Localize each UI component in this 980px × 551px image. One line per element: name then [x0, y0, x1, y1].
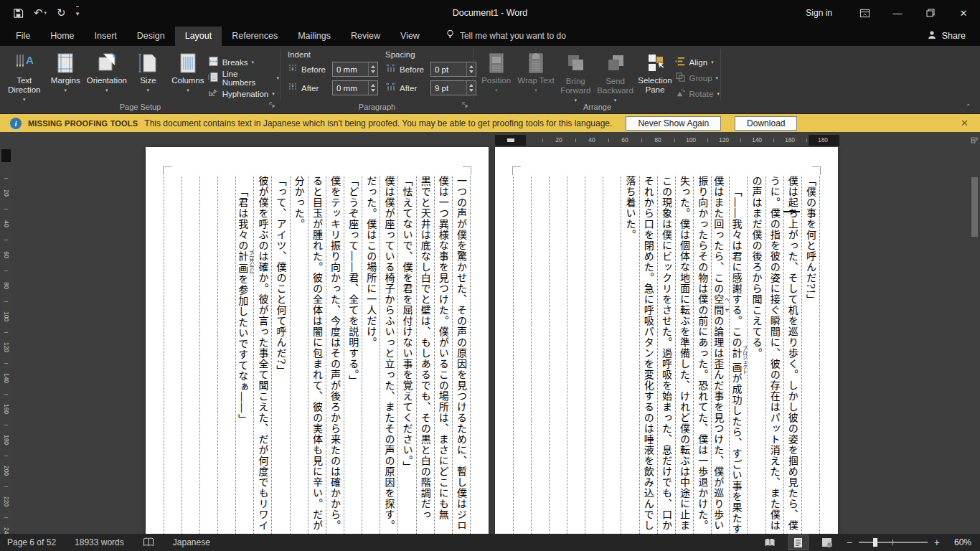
text-column[interactable]: 彼が僕を呼ぶのは確か。彼が言った事全て聞こえた、だが何度でもリワインドしてみても…: [254, 176, 272, 534]
indent-after-field[interactable]: 0 mm: [332, 80, 378, 95]
spacing-before-field[interactable]: 0 pt: [430, 62, 476, 77]
text-column[interactable]: [567, 176, 585, 534]
text-column[interactable]: [532, 176, 550, 534]
zoom-level[interactable]: 60%: [950, 537, 971, 547]
zoom-slider-thumb[interactable]: [873, 538, 877, 547]
columns-button[interactable]: Columns ▾: [168, 50, 208, 95]
tab-insert[interactable]: Insert: [85, 27, 127, 46]
vertical-scrollbar-thumb[interactable]: [971, 177, 978, 237]
text-column[interactable]: 「僕の事を何と呼んだ?!」: [802, 176, 820, 534]
orientation-button[interactable]: Orientation ▾: [85, 50, 128, 95]
tab-mailings[interactable]: Mailings: [288, 27, 341, 46]
text-column[interactable]: 僕は一つ異様な事を見つけた。僕がいるこの場所は、まさにどこにも無い。椅子や机や僕…: [435, 176, 453, 534]
close-button[interactable]: ✕: [947, 0, 980, 26]
share-button[interactable]: Share: [927, 30, 980, 46]
web-layout-view-icon[interactable]: [818, 535, 837, 550]
read-mode-view-icon[interactable]: [760, 535, 779, 550]
document-page-right[interactable]: 「僕の事を何と呼んだ?!」僕は起ち上がった、そして机を巡り歩く。しかし彼の姿を掴…: [495, 147, 838, 534]
page-text-area[interactable]: 一つの声が僕を驚かせた、その声の原因を見つけるために、暫し僕はジロジロ振り向いた…: [164, 176, 471, 534]
text-column[interactable]: [200, 176, 218, 534]
document-page-left[interactable]: 一つの声が僕を驚かせた、その声の原因を見つけるために、暫し僕はジロジロ振り向いた…: [146, 147, 489, 534]
page-text-area[interactable]: 「僕の事を何と呼んだ?!」僕は起ち上がった、そして机を巡り歩く。しかし彼の姿を掴…: [513, 176, 820, 534]
minimize-button[interactable]: —: [881, 0, 914, 26]
indent-before-spinner[interactable]: [368, 62, 377, 76]
tell-me-box[interactable]: Tell me what you want to do: [446, 29, 566, 46]
selection-pane-button[interactable]: Selection Pane: [635, 50, 674, 95]
tab-references[interactable]: References: [222, 27, 288, 46]
breaks-icon: [208, 56, 219, 68]
download-button[interactable]: Download: [735, 116, 797, 131]
text-column[interactable]: [182, 176, 200, 534]
language-indicator[interactable]: Japanese: [173, 537, 210, 547]
margins-button[interactable]: Margins ▾: [46, 50, 86, 95]
text-column[interactable]: の声はまだ僕の後ろから聞こえてる。: [748, 176, 765, 534]
restore-button[interactable]: [914, 0, 947, 26]
text-column[interactable]: この現象は僕にビックリをさせた。過呼吸を始まった、息だけでも、口からでも。すぐに…: [658, 176, 676, 534]
text-column[interactable]: 振り向かったらその物は僕の前にあった。恐れてた、僕は一歩退かけた。だが僕の太腿は…: [694, 176, 712, 534]
text-column[interactable]: 「――我々は君に感謝する。この計画プロジェクトが成功したら、すごい事を果たす事を…: [730, 176, 748, 534]
text-column[interactable]: 一つの声が僕を驚かせた、その声の原因を見つけるために、暫し僕はジロジロ振り向いた…: [453, 176, 471, 534]
text-column[interactable]: それから口を閉めた。急に呼吸パタンを変化するのは唾液を飲み込んでしまった。皮肉に…: [640, 176, 658, 534]
paragraph-dialog-launcher-icon[interactable]: [462, 98, 468, 111]
text-column[interactable]: 僕は起ち上がった、そして机を巡り歩く。しかし彼の姿を掴め見たら、僕の手はただ彼の…: [784, 176, 802, 534]
text-column[interactable]: 僕をテッキリ振り向かった、今度はその声が後ろから来たのは確かから。そして机の向こ…: [326, 176, 344, 534]
collapse-ribbon-icon[interactable]: ⌃: [966, 103, 971, 110]
tab-review[interactable]: Review: [341, 27, 390, 46]
vertical-ruler[interactable]: 20406080100120140160180200220240: [1, 148, 11, 534]
text-column[interactable]: [218, 176, 236, 534]
tab-home[interactable]: Home: [40, 27, 84, 46]
print-layout-view-icon[interactable]: [789, 535, 808, 550]
page-indicator[interactable]: Page 6 of 52: [7, 537, 56, 547]
text-column[interactable]: 黒でと天井は底なし白でと壁は、もしあるでも、その黒と白の階調だった。: [417, 176, 435, 534]
text-column[interactable]: 失った。僕は個体な地面に転ぶを準備した、けれど僕の転ぶは中途に止まった。僕は別の…: [676, 176, 694, 534]
text-column[interactable]: [164, 176, 182, 534]
size-button[interactable]: Size ▾: [128, 50, 169, 95]
text-column[interactable]: [603, 176, 621, 534]
word-window: ↶▾ ↻ ▾ Document1 - Word Sign in — ✕ File…: [0, 0, 980, 551]
text-direction-button[interactable]: A Text Direction ▾: [3, 50, 46, 104]
text-column[interactable]: 僕はまた回ったら、この空間ヘヤの論理は歪んだ事を見つけた、僕が巡り歩いた机は僕か…: [712, 176, 730, 534]
text-boundary-mark: [463, 166, 471, 175]
text-column[interactable]: だった。僕はこの場所に一人だけ。: [362, 176, 380, 534]
text-column[interactable]: ると目玉が腫れた。彼の全体は闇に包まれて、彼の実体も見に辛い。だが彼の影法師から…: [308, 176, 326, 534]
text-column[interactable]: [585, 176, 603, 534]
ribbon-display-options-icon[interactable]: [848, 0, 881, 26]
indent-after-spinner[interactable]: [368, 81, 377, 95]
never-show-again-button[interactable]: Never Show Again: [626, 116, 721, 131]
text-column[interactable]: 僕は僕が座っている椅子からふいっと立った、またその声の原因を探す。一度周覧した、…: [380, 176, 398, 534]
zoom-slider[interactable]: [859, 542, 928, 543]
text-column[interactable]: 落ち着いた。: [621, 176, 639, 534]
text-column[interactable]: 分かった。: [291, 176, 308, 534]
zoom-in-button[interactable]: +: [934, 537, 940, 548]
text-column[interactable]: [550, 176, 567, 534]
tab-layout[interactable]: Layout: [175, 27, 222, 46]
indent-before-field[interactable]: 0 mm: [332, 62, 378, 77]
text-column[interactable]: 「君は我々の計画プログラムを参加したいですてなぁ――」: [236, 176, 254, 534]
indent-marker[interactable]: [507, 138, 514, 142]
breaks-button[interactable]: Breaks ▾: [208, 55, 279, 69]
sign-in-link[interactable]: Sign in: [790, 8, 848, 18]
line-numbers-button[interactable]: Line Numbers ▾: [208, 71, 279, 85]
word-count[interactable]: 18933 words: [75, 537, 124, 547]
tab-file[interactable]: File: [6, 27, 40, 46]
page-setup-dialog-launcher-icon[interactable]: [269, 98, 275, 111]
align-button[interactable]: Align ▾: [675, 55, 720, 69]
text-column[interactable]: うに。僕の指を彼の姿に接ぐ瞬間に、彼の存在はパット消えた、また僕はジロジロ振り向…: [766, 176, 784, 534]
spacing-after-field[interactable]: 9 pt: [430, 80, 476, 95]
indent-before-value[interactable]: 0 mm: [333, 65, 368, 74]
warning-close-icon[interactable]: ✕: [956, 118, 973, 128]
horizontal-ruler[interactable]: 20406080100120140160180: [495, 135, 839, 146]
text-column[interactable]: [514, 176, 532, 534]
zoom-out-button[interactable]: −: [847, 537, 852, 548]
proofing-status-icon[interactable]: [143, 537, 154, 547]
text-column[interactable]: 「どうぞ座って――君、全てを説明する。」: [344, 176, 362, 534]
tab-design[interactable]: Design: [127, 27, 175, 46]
spacing-after-value[interactable]: 9 pt: [431, 84, 466, 93]
indent-after-value[interactable]: 0 mm: [333, 84, 368, 93]
tab-view[interactable]: View: [390, 27, 430, 46]
text-column[interactable]: 「って、アイツ、僕のこと何て呼んだ?」: [272, 176, 290, 534]
ruler-toggle-icon[interactable]: [970, 135, 979, 145]
position-label: Position: [481, 76, 511, 85]
spacing-before-value[interactable]: 0 pt: [431, 65, 466, 74]
text-column[interactable]: 「怯えてないで、僕を君を屈付けない事を覚えてください。」: [398, 176, 416, 534]
